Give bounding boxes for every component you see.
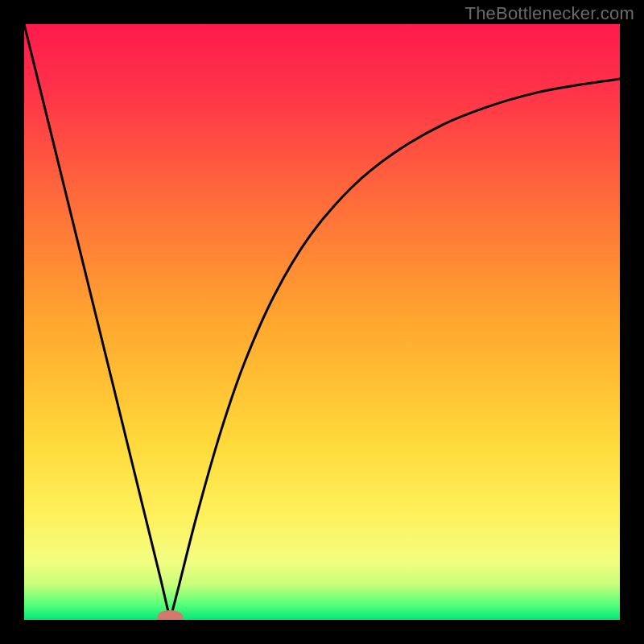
chart-stage: TheBottlenecker.com — [0, 0, 644, 644]
watermark-label: TheBottlenecker.com — [465, 3, 634, 24]
gradient-background — [24, 24, 620, 620]
bottleneck-chart — [24, 24, 620, 620]
